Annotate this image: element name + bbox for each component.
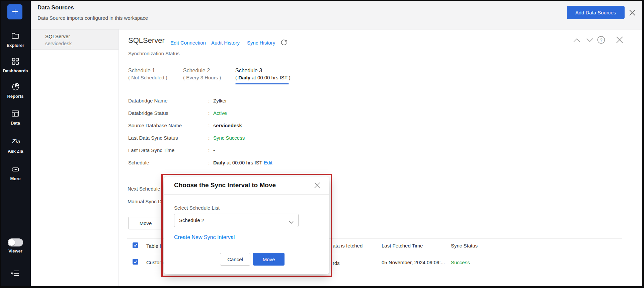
- frame-border: [0, 0, 644, 1]
- modal-move-button[interactable]: Move: [253, 253, 285, 266]
- close-icon: [628, 12, 636, 18]
- select-schedule-label: Select Schedule List: [174, 205, 220, 211]
- refresh-button[interactable]: [280, 39, 287, 47]
- help-button[interactable]: ?: [597, 36, 605, 45]
- sidebar-item-label: Explorer: [0, 43, 31, 48]
- create-new-button[interactable]: [7, 4, 22, 19]
- divider: [126, 86, 622, 86]
- sidebar-item-label: Dashboards: [0, 68, 31, 73]
- modal-title: Choose the Sync Interval to Move: [174, 182, 276, 189]
- detail-label: Databridge Status: [128, 110, 168, 116]
- prev-source-button[interactable]: [573, 38, 580, 44]
- sidebar-item-reports[interactable]: Reports: [0, 82, 31, 99]
- tab-name: Schedule 3: [235, 68, 262, 73]
- dashboard-grid-icon: [11, 61, 20, 67]
- modal-close-button[interactable]: [314, 182, 321, 190]
- toggle-knob: [8, 239, 15, 246]
- detail-label: Last Data Sync Status: [128, 135, 178, 141]
- detail-value-status: Sync Success: [213, 135, 245, 141]
- chevron-up-icon: [573, 38, 580, 44]
- add-data-sources-button[interactable]: Add Data Sources: [567, 6, 625, 19]
- tab-detail: ( Every 3 Hours ): [183, 75, 221, 80]
- edit-schedule-link[interactable]: Edit: [264, 160, 272, 165]
- tab-detail: ( Daily at 00:00 hrs IST ): [235, 75, 291, 80]
- row-fetched: rds: [333, 260, 340, 266]
- detail-value: Daily at 00:00 hrs IST Edit: [213, 160, 272, 165]
- sidebar: Explorer Dashboards Reports Data Zia Ask: [0, 0, 31, 288]
- tab-schedule-2[interactable]: Schedule 2 ( Every 3 Hours ): [183, 68, 221, 80]
- detail-value: servicedesk: [213, 123, 242, 128]
- page-header: Data Sources Data Source imports configu…: [31, 0, 642, 29]
- audit-history-link[interactable]: Audit History: [211, 40, 240, 46]
- detail-value: Zylker: [213, 98, 227, 103]
- plus-icon: [11, 7, 19, 17]
- page-subtitle: Data Source imports configured in this w…: [37, 15, 148, 21]
- detail-value: -: [213, 147, 215, 153]
- svg-text:Zia: Zia: [11, 138, 20, 145]
- detail-label: Source Database Name: [128, 123, 182, 128]
- pie-chart-icon: [11, 86, 20, 92]
- select-all-checkbox[interactable]: [133, 242, 138, 248]
- app-window: Explorer Dashboards Reports Data Zia Ask: [0, 0, 644, 288]
- row-sync-status: Success: [451, 260, 470, 265]
- ellipsis-icon: [11, 169, 20, 174]
- tab-name: Schedule 1: [128, 68, 155, 73]
- frame-border: [0, 0, 1, 288]
- sidebar-item-label: Reports: [0, 94, 31, 99]
- sidebar-item-ask-zia[interactable]: Zia Ask Zia: [0, 137, 31, 154]
- collapse-sidebar-button[interactable]: [10, 269, 20, 279]
- page-close-button[interactable]: [628, 9, 636, 18]
- panel-close-button[interactable]: [615, 35, 624, 46]
- tab-detail: ( Not Scheduled ): [128, 75, 167, 80]
- page-title: Data Sources: [37, 4, 74, 11]
- manual-sync-label: Manual Sync D: [128, 199, 162, 204]
- section-subtitle: Synchronization Status: [128, 51, 179, 56]
- sidebar-item-label: More: [0, 176, 31, 181]
- collapse-sidebar-icon: [10, 273, 20, 279]
- move-tables-button[interactable]: Move: [128, 217, 163, 229]
- source-title: SQLServer: [128, 36, 165, 45]
- refresh-icon: [280, 41, 287, 47]
- chevron-down-icon: [586, 38, 593, 44]
- help-icon: ?: [597, 39, 605, 45]
- sidebar-item-explorer[interactable]: Explorer: [0, 31, 31, 48]
- col-header-last-fetched-time: Last Fetched Time: [382, 243, 423, 248]
- create-new-sync-interval-link[interactable]: Create New Sync Interval: [174, 234, 235, 240]
- active-tab-indicator: [235, 83, 289, 84]
- tab-schedule-1[interactable]: Schedule 1 ( Not Scheduled ): [128, 68, 167, 80]
- zia-icon: Zia: [10, 141, 20, 147]
- viewer-toggle-label: Viewer: [0, 248, 31, 254]
- col-header-sync-status: Sync Status: [451, 243, 478, 248]
- sync-history-link[interactable]: Sync History: [247, 40, 275, 46]
- table-icon: [11, 113, 20, 119]
- frame-border: [642, 0, 644, 288]
- sidebar-item-label: Data: [0, 121, 31, 126]
- schedule-select-dropdown[interactable]: Schedule 2: [174, 214, 299, 227]
- frame-border: [0, 286, 644, 288]
- sidebar-item-more[interactable]: More: [0, 165, 31, 181]
- close-icon: [314, 184, 321, 190]
- next-source-button[interactable]: [586, 38, 593, 44]
- detail-label: Last Data Sync Time: [128, 147, 174, 153]
- modal-cancel-button[interactable]: Cancel: [220, 253, 250, 266]
- data-source-database: servicedesk: [45, 41, 72, 46]
- edit-connection-link[interactable]: Edit Connection: [170, 40, 206, 46]
- col-header-table-name: Table N: [146, 243, 163, 249]
- data-source-list-item-sqlserver[interactable]: SQLServer servicedesk: [31, 29, 118, 50]
- row-checkbox[interactable]: [133, 259, 138, 265]
- sidebar-item-data[interactable]: Data: [0, 109, 31, 126]
- viewer-toggle[interactable]: [8, 238, 23, 246]
- row-table-name: Custom: [146, 260, 164, 265]
- sidebar-item-dashboards[interactable]: Dashboards: [0, 57, 31, 73]
- detail-label: Databridge Name: [128, 98, 168, 103]
- tab-schedule-3[interactable]: Schedule 3 ( Daily at 00:00 hrs IST ): [235, 68, 291, 80]
- highlight-annotation-rectangle: Choose the Sync Interval to Move Select …: [161, 174, 332, 277]
- sync-interval-modal: Choose the Sync Interval to Move Select …: [164, 176, 329, 274]
- detail-label: Schedule: [128, 160, 149, 165]
- folder-icon: [11, 35, 20, 41]
- close-icon: [615, 40, 624, 45]
- sidebar-item-label: Ask Zia: [0, 149, 31, 154]
- chevron-down-icon: [289, 219, 294, 225]
- next-schedule-label: Next Schedule: [128, 186, 160, 192]
- data-source-name: SQLServer: [45, 33, 70, 39]
